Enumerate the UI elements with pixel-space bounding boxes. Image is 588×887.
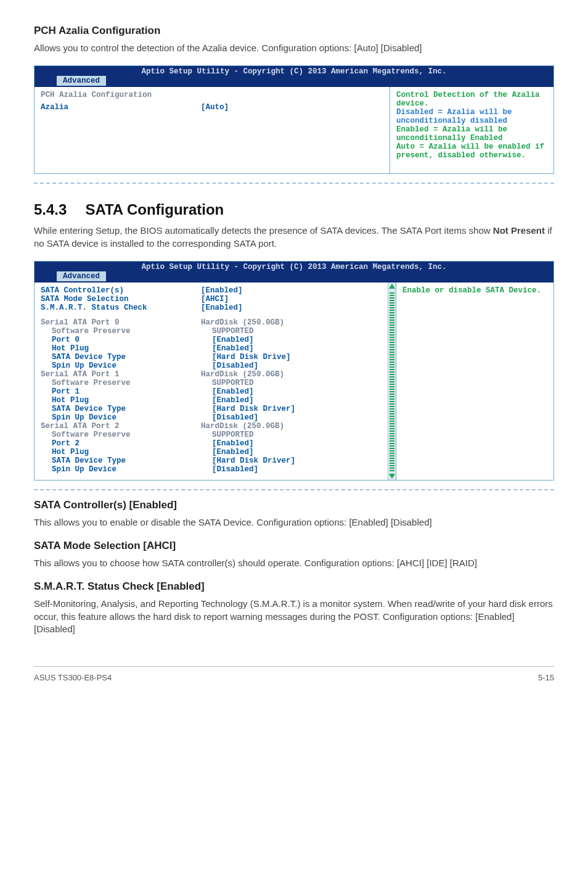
bios-port1-hotplug[interactable]: Hot Plug[Enabled] [41,396,382,405]
smart-text: Self-Monitoring, Analysis, and Reporting… [34,598,554,635]
section-number: 5.4.3 [34,201,67,218]
bios-port2-header: Serial ATA Port 2HardDisk (250.0GB) [41,422,382,431]
sata-mode-text: This allows you to choose how SATA contr… [34,557,554,569]
bios-help-line: Enable or disable SATA Device. [402,286,547,295]
scrollbar[interactable] [388,283,396,480]
smart-heading: S.M.A.R.T. Status Check [Enabled] [34,580,554,593]
section-name: SATA Configuration [85,201,224,218]
bios-tab-advanced[interactable]: Advanced [57,271,106,281]
bios-field-smart[interactable]: S.M.A.R.T. Status Check[Enabled] [41,303,382,312]
bios-port2-enable[interactable]: Port 2[Enabled] [41,439,382,448]
bios-port0-enable[interactable]: Port 0[Enabled] [41,336,382,344]
bios-port0-type[interactable]: SATA Device Type[Hard Disk Drive] [41,353,382,361]
bios-tab-advanced[interactable]: Advanced [57,76,106,86]
bios-port0-header: Serial ATA Port 0HardDisk (250.0GB) [41,318,382,327]
bios-field-mode[interactable]: SATA Mode Selection[AHCI] [41,295,382,303]
bios-port2-type[interactable]: SATA Device Type[Hard Disk Driver] [41,456,382,465]
section-intro: While entering Setup, the BIOS automatic… [34,225,554,250]
pch-azalia-heading: PCH Azalia Configuration [34,25,554,37]
bios-port1-type[interactable]: SATA Device Type[Hard Disk Driver] [41,405,382,413]
bios-box-divider [34,179,554,184]
sata-controller-text: This allows you to enable or disable the… [34,516,554,529]
bios-port0-spinup[interactable]: Spin Up Device[Disabled] [41,361,382,370]
bios-field-value[interactable]: [Auto] [201,103,229,112]
bios-field-controller[interactable]: SATA Controller(s)[Enabled] [41,286,382,295]
bios-row-heading: PCH Azalia Configuration [41,91,383,99]
footer-product: ASUS TS300-E8-PS4 [34,673,112,682]
bios-port1-enable[interactable]: Port 1[Enabled] [41,387,382,396]
bios-help-line: Enabled = Azalia will be unconditionally… [396,125,547,142]
bios-sata-box: Aptio Setup Utility - Copyright (C) 2013… [34,261,554,481]
page-number: 5-15 [538,673,554,682]
pch-azalia-description: Allows you to control the detection of t… [34,42,554,54]
scroll-track[interactable] [390,291,394,471]
section-title: 5.4.3SATA Configuration [34,201,554,218]
bios-port2-hotplug[interactable]: Hot Plug[Enabled] [41,448,382,456]
bios-port0-hotplug[interactable]: Hot Plug[Enabled] [41,344,382,353]
bios-port0-preserve: Software PreserveSUPPORTED [41,327,382,336]
bios-help-line: Auto = Azalia will be enabled if present… [396,142,547,160]
bios-title: Aptio Setup Utility - Copyright (C) 2013… [38,263,550,271]
bios-port1-preserve: Software PreserveSUPPORTED [41,379,382,387]
bios-port1-spinup[interactable]: Spin Up Device[Disabled] [41,413,382,422]
bios-title: Aptio Setup Utility - Copyright (C) 2013… [38,67,550,76]
bios-help-line: Control Detection of the Azalia device. [396,91,547,108]
bios-box-divider [34,485,554,490]
bios-field-label: Azalia [41,103,201,112]
bios-port1-header: Serial ATA Port 1HardDisk (250.0GB) [41,370,382,379]
scroll-down-icon[interactable] [389,474,395,479]
sata-controller-heading: SATA Controller(s) [Enabled] [34,499,554,511]
bios-port2-spinup[interactable]: Spin Up Device[Disabled] [41,465,382,474]
bios-pch-box: Aptio Setup Utility - Copyright (C) 2013… [34,65,554,174]
footer-divider [34,666,554,667]
sata-mode-heading: SATA Mode Selection [AHCI] [34,540,554,552]
scroll-up-icon[interactable] [389,284,395,289]
bios-port2-preserve: Software PreserveSUPPORTED [41,431,382,439]
bios-help-line: Disabled = Azalia will be unconditionall… [396,108,547,125]
bios-field-azalia[interactable]: Azalia [Auto] [41,103,383,112]
